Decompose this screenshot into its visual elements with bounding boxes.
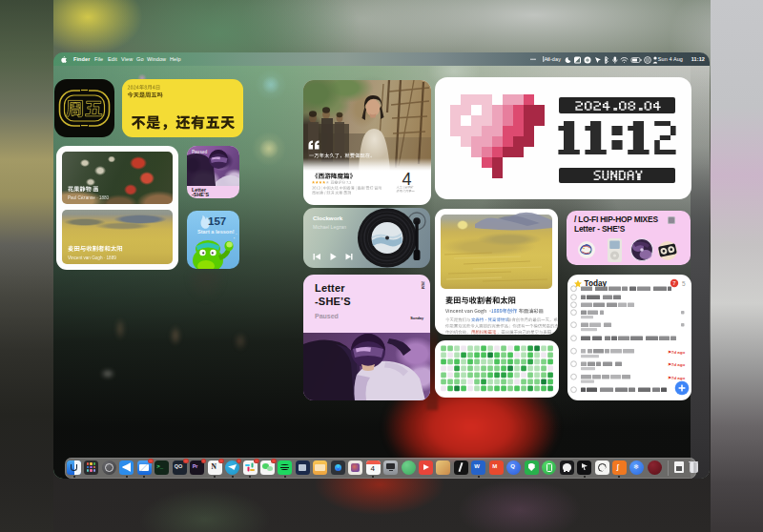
svg-text:5: 5 [682,280,686,287]
svg-text:⚑7d ago: ⚑7d ago [668,376,685,380]
svg-text:⚑7d ago: ⚑7d ago [668,362,685,367]
svg-text:157: 157 [208,215,226,227]
svg-text:⚑7d ago: ⚑7d ago [668,350,685,355]
svg-text:Vincent van Gogh · 1889: Vincent van Gogh · 1889 [68,256,116,260]
svg-text:Paul Cézanne · 1880: Paul Cézanne · 1880 [68,195,110,200]
svg-text:Clockwork: Clockwork [313,215,343,221]
svg-text:4: 4 [402,170,412,189]
svg-text:Start a lesson!: Start a lesson! [197,229,235,235]
svg-text:Michael Legzan: Michael Legzan [313,224,346,230]
